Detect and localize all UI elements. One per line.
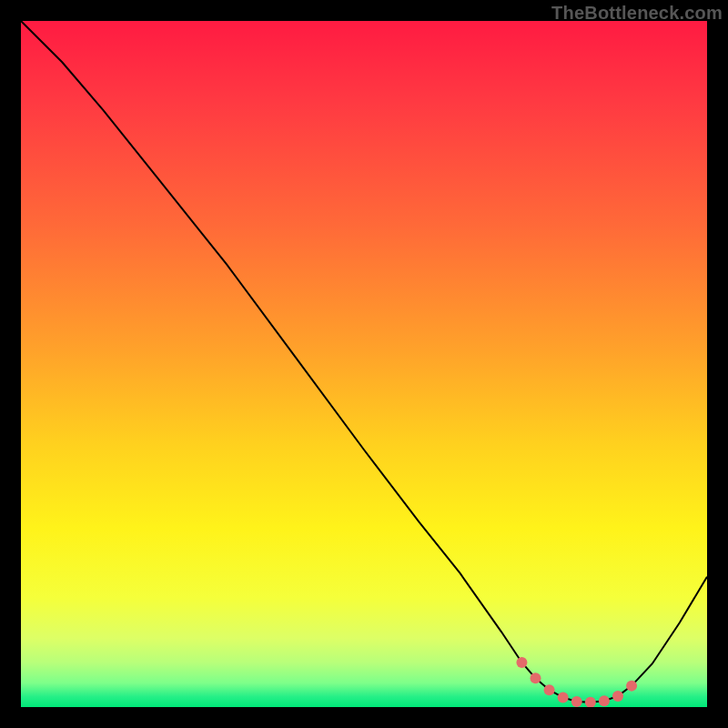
optimal-marker: [558, 692, 569, 703]
optimal-marker: [612, 691, 623, 702]
optimal-marker: [571, 696, 582, 707]
optimal-marker: [531, 672, 541, 683]
optimal-marker: [516, 657, 527, 668]
svg-rect-0: [21, 21, 707, 707]
optimal-marker: [626, 681, 637, 692]
optimal-marker: [544, 684, 555, 695]
optimal-marker: [599, 695, 610, 706]
chart-area: [21, 21, 707, 707]
